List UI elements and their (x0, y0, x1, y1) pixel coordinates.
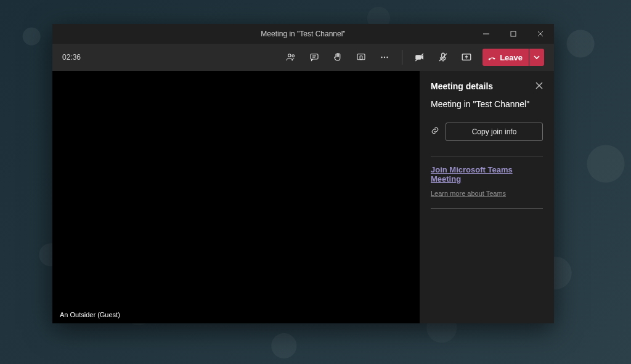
copy-join-row: Copy join info (431, 123, 543, 141)
svg-rect-9 (357, 54, 365, 60)
copy-join-label: Copy join info (472, 127, 517, 136)
titlebar: Meeting in "Test Channel" (52, 24, 554, 44)
participants-button[interactable] (281, 47, 301, 67)
svg-rect-1 (511, 31, 516, 36)
share-screen-icon (461, 52, 472, 63)
meeting-name: Meeting in "Test Channel" (431, 99, 543, 109)
meeting-toolbar: 02:36 (52, 44, 554, 71)
raise-hand-icon (332, 52, 343, 63)
meeting-details-panel: Meeting details Meeting in "Test Channel… (420, 71, 554, 323)
leave-button[interactable]: Leave (482, 49, 529, 66)
leave-button-group: Leave (482, 49, 544, 66)
close-window-button[interactable] (527, 24, 554, 44)
svg-point-12 (384, 57, 385, 58)
rooms-button[interactable] (351, 47, 371, 67)
divider (431, 156, 543, 156)
panel-header: Meeting details (431, 81, 543, 92)
share-screen-button[interactable] (457, 47, 476, 67)
copy-join-info-button[interactable]: Copy join info (446, 123, 543, 141)
toolbar-separator (402, 50, 402, 65)
more-actions-button[interactable] (375, 47, 394, 67)
camera-toggle-button[interactable] (410, 47, 429, 67)
learn-more-link[interactable]: Learn more about Teams (431, 190, 543, 197)
minimize-icon (483, 31, 489, 37)
minimize-button[interactable] (473, 24, 500, 44)
panel-close-button[interactable] (535, 81, 543, 92)
meeting-window: Meeting in "Test Channel" 02:36 (52, 24, 554, 323)
camera-off-icon (414, 52, 425, 63)
maximize-icon (510, 31, 516, 37)
panel-title: Meeting details (431, 81, 493, 91)
svg-point-11 (381, 57, 382, 58)
window-controls (473, 24, 554, 44)
divider (431, 208, 543, 209)
svg-point-5 (292, 55, 295, 57)
hangup-icon (487, 53, 496, 62)
leave-label: Leave (500, 53, 523, 62)
svg-rect-10 (360, 56, 362, 60)
raise-hand-button[interactable] (328, 47, 348, 67)
call-timer: 02:36 (62, 53, 81, 62)
participant-label: An Outsider (Guest) (60, 311, 120, 318)
chat-icon (309, 52, 320, 63)
svg-point-13 (386, 57, 388, 58)
mic-toggle-button[interactable] (433, 47, 453, 67)
participants-icon (285, 52, 296, 63)
close-icon (535, 82, 543, 89)
video-stage: An Outsider (Guest) (52, 71, 420, 323)
rooms-icon (356, 52, 367, 63)
join-meeting-link[interactable]: Join Microsoft Teams Meeting (431, 165, 543, 184)
leave-options-button[interactable] (529, 49, 544, 66)
close-icon (537, 31, 543, 37)
maximize-button[interactable] (500, 24, 527, 44)
svg-rect-6 (311, 54, 318, 59)
svg-point-4 (288, 54, 291, 57)
mic-off-icon (438, 52, 449, 63)
chevron-down-icon (534, 54, 540, 60)
chat-button[interactable] (304, 47, 324, 67)
more-icon (379, 52, 390, 63)
meeting-body: An Outsider (Guest) Meeting details Meet… (52, 71, 554, 323)
link-icon (431, 126, 439, 137)
